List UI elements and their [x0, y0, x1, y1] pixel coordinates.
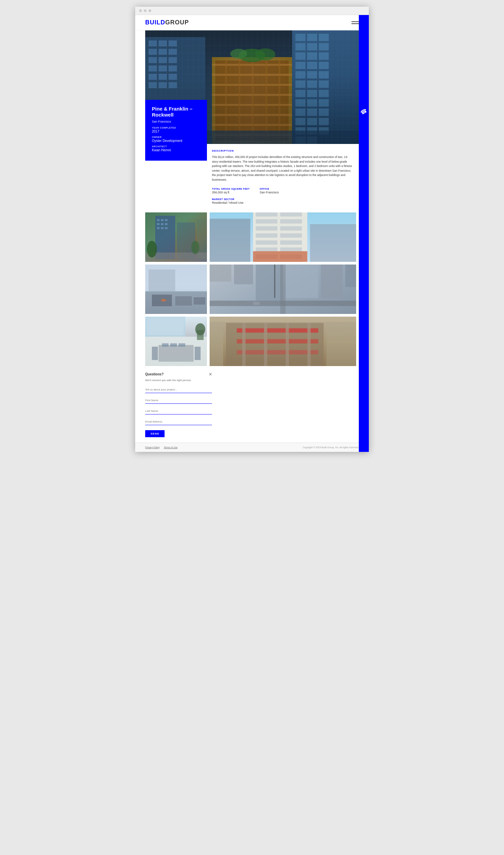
- svg-point-73: [230, 49, 247, 59]
- svg-rect-58: [307, 99, 317, 107]
- photo-5-svg: [145, 317, 207, 366]
- svg-rect-140: [159, 345, 194, 362]
- svg-rect-13: [168, 66, 177, 71]
- svg-rect-130: [286, 264, 319, 298]
- svg-rect-96: [280, 212, 302, 216]
- svg-rect-127: [210, 264, 231, 282]
- year-label: YEAR COMPLETED: [152, 126, 200, 129]
- photo-2-box: [210, 212, 356, 262]
- sqft-stat: TOTAL GROSS SQUARE FEET 356,000 sq ft: [212, 188, 250, 194]
- sqft-label: TOTAL GROSS SQUARE FEET: [212, 188, 250, 190]
- svg-rect-35: [292, 30, 359, 144]
- page-content: ☎ BUILDGROUP: [135, 15, 369, 452]
- year-value: 2017: [152, 129, 200, 133]
- svg-rect-34: [279, 57, 281, 144]
- description-text: This $114 million, 356,000 sf project in…: [212, 155, 352, 182]
- office-stat: OFFICE San Francisco: [260, 188, 279, 194]
- svg-rect-105: [256, 247, 277, 251]
- svg-rect-85: [157, 227, 160, 229]
- svg-rect-46: [307, 62, 317, 69]
- site-logo[interactable]: BUILDGROUP: [145, 19, 189, 26]
- contact-form-subtitle: We'll connect you with the right person.: [145, 379, 212, 382]
- owner-value: Oyster Development: [152, 139, 200, 143]
- svg-rect-144: [170, 343, 177, 347]
- browser-dot-green: [148, 10, 151, 12]
- svg-rect-27: [212, 114, 292, 116]
- hero-section: Pine & Franklin – Rockwell San Francisco…: [145, 30, 359, 144]
- browser-dot-red: [139, 10, 142, 12]
- contact-form-container: Questions? × We'll connect you with the …: [145, 371, 212, 437]
- svg-rect-9: [159, 57, 167, 63]
- svg-rect-25: [212, 94, 292, 96]
- browser-dot-yellow: [144, 10, 146, 12]
- svg-rect-137: [253, 301, 260, 305]
- svg-rect-82: [157, 223, 160, 225]
- svg-rect-10: [168, 57, 177, 63]
- svg-rect-141: [152, 347, 158, 360]
- photo-1-svg: [145, 212, 207, 262]
- browser-chrome: [135, 7, 369, 15]
- last-name-field[interactable]: [145, 408, 212, 415]
- svg-rect-124: [148, 269, 175, 291]
- svg-rect-145: [179, 343, 185, 347]
- close-form-button[interactable]: ×: [209, 371, 212, 378]
- svg-rect-114: [210, 219, 250, 262]
- footer-links: Privacy Policy Terms of Use: [145, 446, 178, 449]
- first-name-field[interactable]: [145, 397, 212, 404]
- svg-rect-43: [307, 52, 317, 60]
- svg-rect-22: [212, 64, 292, 66]
- photo-4-svg: [210, 264, 356, 314]
- svg-rect-106: [280, 247, 302, 251]
- svg-rect-69: [295, 137, 305, 144]
- svg-rect-8: [148, 57, 157, 63]
- browser-window: ☎ BUILDGROUP: [135, 7, 369, 452]
- project-description-field[interactable]: [145, 386, 212, 393]
- svg-rect-97: [256, 219, 277, 224]
- svg-rect-49: [307, 71, 317, 78]
- svg-rect-142: [195, 347, 201, 360]
- svg-rect-40: [307, 43, 317, 50]
- svg-rect-100: [280, 226, 302, 230]
- terms-of-use-link[interactable]: Terms of Use: [164, 446, 178, 449]
- photo-row-1: [145, 212, 356, 262]
- svg-rect-104: [280, 240, 302, 244]
- svg-rect-51: [295, 81, 305, 88]
- svg-rect-63: [295, 118, 305, 125]
- svg-rect-95: [256, 212, 277, 216]
- office-value: San Francisco: [260, 191, 279, 194]
- svg-rect-20: [212, 57, 292, 144]
- blue-sidebar-bar: ☎: [359, 15, 369, 452]
- svg-rect-29: [212, 134, 292, 136]
- office-label: OFFICE: [260, 188, 279, 190]
- send-button[interactable]: SEND: [145, 430, 165, 437]
- svg-rect-17: [148, 82, 157, 88]
- svg-rect-21: [215, 60, 289, 141]
- svg-rect-41: [319, 43, 329, 50]
- hamburger-menu[interactable]: [352, 21, 359, 24]
- phone-icon[interactable]: ☎: [359, 107, 368, 116]
- svg-rect-14: [148, 74, 157, 80]
- svg-rect-19: [168, 82, 177, 88]
- svg-rect-160: [326, 317, 356, 366]
- project-title: Pine & Franklin – Rockwell: [152, 106, 200, 118]
- svg-rect-154: [237, 350, 318, 354]
- svg-rect-59: [319, 99, 329, 107]
- svg-rect-121: [194, 297, 205, 304]
- photo-row-2: [145, 264, 356, 314]
- svg-rect-81: [165, 219, 167, 221]
- privacy-policy-link[interactable]: Privacy Policy: [145, 446, 160, 449]
- svg-rect-152: [237, 328, 318, 333]
- photo-2-svg: [210, 212, 356, 262]
- hamburger-line-2: [352, 23, 359, 24]
- email-field[interactable]: [145, 418, 212, 425]
- svg-rect-53: [319, 81, 329, 88]
- svg-rect-56: [319, 90, 329, 97]
- market-sector-stat: MARKET SECTOR Residential / Mixed Use: [212, 198, 352, 204]
- svg-rect-57: [295, 99, 305, 107]
- svg-rect-50: [319, 71, 329, 78]
- svg-rect-147: [147, 318, 184, 335]
- svg-rect-15: [159, 74, 167, 80]
- owner-label: OWNER: [152, 136, 200, 138]
- svg-rect-48: [295, 71, 305, 78]
- svg-rect-7: [168, 49, 177, 55]
